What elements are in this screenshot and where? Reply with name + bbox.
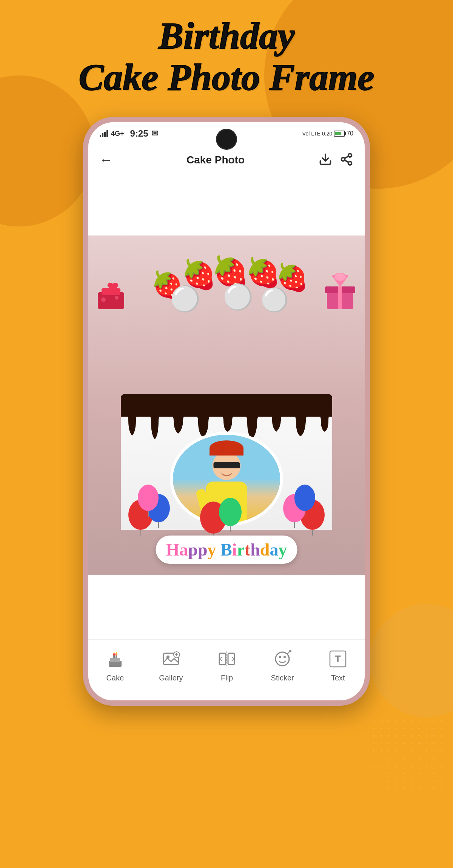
nav-item-cake[interactable]: Cake <box>106 649 125 682</box>
svg-line-33 <box>287 652 290 654</box>
cake-area[interactable]: 🍓 🍓 🍓 🍓 🍓 ⚪ ⚪ ⚪ <box>88 235 365 575</box>
battery-percent: 70 <box>347 130 353 137</box>
white-space-top <box>88 175 365 235</box>
phone-wrapper: 4G+ 9:25 ✉ Vol LTE 0.20 70 ← Cake Photo <box>0 117 453 706</box>
svg-point-31 <box>279 656 281 658</box>
app-title: Birthday Cake Photo Frame <box>23 15 430 98</box>
bottom-nav: Cake Gallery <box>88 639 365 700</box>
camera <box>217 130 236 149</box>
svg-point-32 <box>284 656 286 658</box>
balloon-green-center <box>219 498 242 526</box>
flip-icon <box>217 649 236 671</box>
sticker-icon <box>273 649 292 671</box>
nav-item-text[interactable]: T Text <box>328 649 347 682</box>
phone-frame: 4G+ 9:25 ✉ Vol LTE 0.20 70 ← Cake Photo <box>83 117 370 706</box>
sunglasses <box>213 462 240 468</box>
network-type: 4G+ <box>111 130 124 138</box>
signal-bars <box>100 130 108 137</box>
power-button <box>367 319 370 349</box>
svg-point-8 <box>101 297 106 302</box>
balloon-blue-2 <box>294 485 315 511</box>
nav-item-flip[interactable]: Flip <box>217 649 236 682</box>
happy-birthday-area: Happy Birthday <box>156 536 297 564</box>
person-hat <box>210 440 243 456</box>
strawberry-white-1: ⚪ <box>170 285 200 313</box>
nav-item-sticker[interactable]: Sticker <box>271 649 294 682</box>
svg-point-19 <box>115 653 117 656</box>
volume-button <box>367 273 370 303</box>
sticker-heart-box <box>96 281 130 317</box>
app-title-block: Birthday Cake Photo Frame <box>0 0 453 109</box>
share-icon <box>340 152 353 166</box>
sticker-label: Sticker <box>271 674 294 682</box>
mail-icon: ✉ <box>151 129 158 139</box>
svg-rect-27 <box>219 653 226 665</box>
nav-icons <box>319 152 353 167</box>
svg-point-30 <box>276 652 289 666</box>
flip-label: Flip <box>221 674 233 682</box>
top-nav: ← Cake Photo <box>88 145 365 175</box>
balloon-pink-1 <box>138 485 159 511</box>
bg-dots <box>370 717 445 793</box>
white-space-bottom <box>88 575 365 639</box>
cake-icon <box>106 649 125 671</box>
cake-label: Cake <box>106 674 124 682</box>
person-head <box>213 452 241 480</box>
svg-rect-28 <box>228 653 234 665</box>
time: 9:25 <box>130 128 148 139</box>
battery-tip <box>345 132 346 135</box>
person-smile <box>221 471 232 476</box>
svg-line-4 <box>345 160 348 162</box>
nav-item-gallery[interactable]: Gallery <box>159 649 183 682</box>
svg-rect-15 <box>110 658 120 662</box>
download-icon <box>319 152 332 166</box>
svg-point-13 <box>334 273 346 281</box>
vol-value: 0.20 <box>322 131 332 137</box>
svg-text:T: T <box>335 653 341 665</box>
gallery-label: Gallery <box>159 674 183 682</box>
status-right: Vol LTE 0.20 70 <box>302 130 353 137</box>
status-left: 4G+ 9:25 ✉ <box>100 128 158 139</box>
download-button[interactable] <box>319 152 332 167</box>
svg-rect-12 <box>338 286 342 309</box>
lte-label: LTE <box>311 131 320 137</box>
text-label: Text <box>331 674 345 682</box>
strawberry-area: 🍓 🍓 🍓 🍓 🍓 ⚪ ⚪ ⚪ <box>132 254 321 337</box>
sticker-gift-box <box>323 273 357 317</box>
battery-fill <box>335 132 341 135</box>
nav-title: Cake Photo <box>186 154 245 166</box>
svg-point-34 <box>289 650 291 652</box>
text-icon: T <box>328 649 347 671</box>
strawberry-white-2: ⚪ <box>223 283 253 311</box>
svg-line-5 <box>345 156 348 159</box>
strawberry-white-3: ⚪ <box>260 286 289 313</box>
main-content: 🍓 🍓 🍓 🍓 🍓 ⚪ ⚪ ⚪ <box>88 175 365 639</box>
svg-rect-7 <box>102 288 120 295</box>
happy-birthday-text: Happy Birthday <box>166 540 287 559</box>
back-button[interactable]: ← <box>100 152 112 167</box>
svg-point-9 <box>115 296 119 300</box>
battery-icon <box>334 131 345 137</box>
share-button[interactable] <box>340 152 353 167</box>
svg-point-18 <box>113 653 115 656</box>
vol-label: Vol <box>302 131 310 137</box>
gallery-icon <box>162 649 180 671</box>
